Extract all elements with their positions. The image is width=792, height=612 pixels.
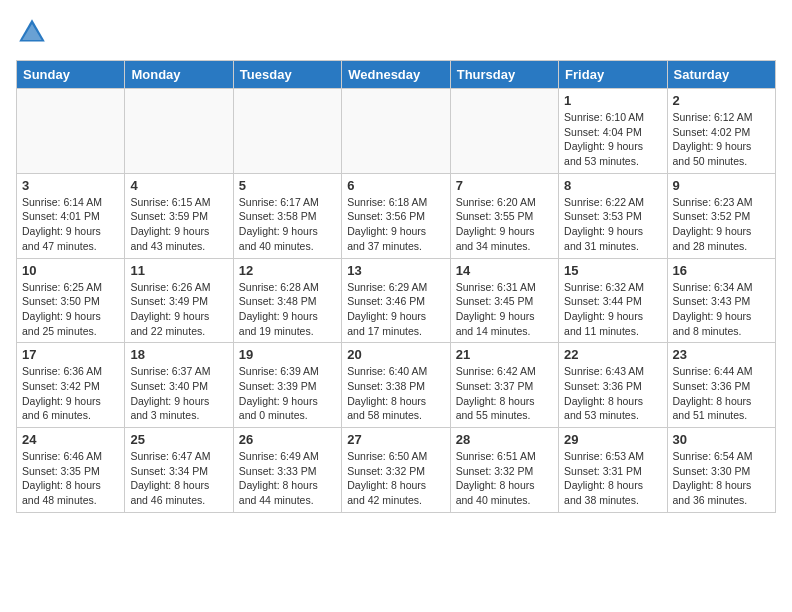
calendar-cell: 23Sunrise: 6:44 AMSunset: 3:36 PMDayligh… <box>667 343 775 428</box>
calendar-cell: 20Sunrise: 6:40 AMSunset: 3:38 PMDayligh… <box>342 343 450 428</box>
day-number: 16 <box>673 263 770 278</box>
calendar-cell: 26Sunrise: 6:49 AMSunset: 3:33 PMDayligh… <box>233 428 341 513</box>
day-info: Sunrise: 6:14 AMSunset: 4:01 PMDaylight:… <box>22 195 119 254</box>
calendar-cell: 13Sunrise: 6:29 AMSunset: 3:46 PMDayligh… <box>342 258 450 343</box>
day-number: 6 <box>347 178 444 193</box>
day-info: Sunrise: 6:51 AMSunset: 3:32 PMDaylight:… <box>456 449 553 508</box>
day-number: 23 <box>673 347 770 362</box>
day-number: 24 <box>22 432 119 447</box>
day-info: Sunrise: 6:42 AMSunset: 3:37 PMDaylight:… <box>456 364 553 423</box>
day-number: 10 <box>22 263 119 278</box>
calendar-cell: 25Sunrise: 6:47 AMSunset: 3:34 PMDayligh… <box>125 428 233 513</box>
week-row-4: 17Sunrise: 6:36 AMSunset: 3:42 PMDayligh… <box>17 343 776 428</box>
day-number: 12 <box>239 263 336 278</box>
calendar-cell: 30Sunrise: 6:54 AMSunset: 3:30 PMDayligh… <box>667 428 775 513</box>
logo-icon <box>16 16 48 48</box>
calendar-cell: 16Sunrise: 6:34 AMSunset: 3:43 PMDayligh… <box>667 258 775 343</box>
day-number: 30 <box>673 432 770 447</box>
day-info: Sunrise: 6:39 AMSunset: 3:39 PMDaylight:… <box>239 364 336 423</box>
calendar-cell: 18Sunrise: 6:37 AMSunset: 3:40 PMDayligh… <box>125 343 233 428</box>
day-number: 7 <box>456 178 553 193</box>
day-info: Sunrise: 6:28 AMSunset: 3:48 PMDaylight:… <box>239 280 336 339</box>
day-number: 25 <box>130 432 227 447</box>
day-info: Sunrise: 6:23 AMSunset: 3:52 PMDaylight:… <box>673 195 770 254</box>
day-number: 9 <box>673 178 770 193</box>
day-info: Sunrise: 6:22 AMSunset: 3:53 PMDaylight:… <box>564 195 661 254</box>
calendar-cell <box>17 89 125 174</box>
calendar-cell: 3Sunrise: 6:14 AMSunset: 4:01 PMDaylight… <box>17 173 125 258</box>
day-info: Sunrise: 6:10 AMSunset: 4:04 PMDaylight:… <box>564 110 661 169</box>
week-row-2: 3Sunrise: 6:14 AMSunset: 4:01 PMDaylight… <box>17 173 776 258</box>
calendar-table: SundayMondayTuesdayWednesdayThursdayFrid… <box>16 60 776 513</box>
day-info: Sunrise: 6:43 AMSunset: 3:36 PMDaylight:… <box>564 364 661 423</box>
day-info: Sunrise: 6:15 AMSunset: 3:59 PMDaylight:… <box>130 195 227 254</box>
calendar-cell <box>125 89 233 174</box>
day-number: 21 <box>456 347 553 362</box>
day-info: Sunrise: 6:46 AMSunset: 3:35 PMDaylight:… <box>22 449 119 508</box>
day-number: 5 <box>239 178 336 193</box>
calendar-cell: 2Sunrise: 6:12 AMSunset: 4:02 PMDaylight… <box>667 89 775 174</box>
day-number: 26 <box>239 432 336 447</box>
day-info: Sunrise: 6:29 AMSunset: 3:46 PMDaylight:… <box>347 280 444 339</box>
day-number: 15 <box>564 263 661 278</box>
day-header-thursday: Thursday <box>450 61 558 89</box>
day-number: 8 <box>564 178 661 193</box>
day-info: Sunrise: 6:40 AMSunset: 3:38 PMDaylight:… <box>347 364 444 423</box>
day-header-saturday: Saturday <box>667 61 775 89</box>
day-number: 18 <box>130 347 227 362</box>
day-info: Sunrise: 6:31 AMSunset: 3:45 PMDaylight:… <box>456 280 553 339</box>
day-info: Sunrise: 6:54 AMSunset: 3:30 PMDaylight:… <box>673 449 770 508</box>
day-number: 3 <box>22 178 119 193</box>
day-info: Sunrise: 6:34 AMSunset: 3:43 PMDaylight:… <box>673 280 770 339</box>
calendar-header-row: SundayMondayTuesdayWednesdayThursdayFrid… <box>17 61 776 89</box>
day-number: 11 <box>130 263 227 278</box>
calendar-cell: 12Sunrise: 6:28 AMSunset: 3:48 PMDayligh… <box>233 258 341 343</box>
calendar-cell: 8Sunrise: 6:22 AMSunset: 3:53 PMDaylight… <box>559 173 667 258</box>
day-number: 22 <box>564 347 661 362</box>
week-row-1: 1Sunrise: 6:10 AMSunset: 4:04 PMDaylight… <box>17 89 776 174</box>
calendar-cell: 28Sunrise: 6:51 AMSunset: 3:32 PMDayligh… <box>450 428 558 513</box>
day-number: 28 <box>456 432 553 447</box>
calendar-cell: 22Sunrise: 6:43 AMSunset: 3:36 PMDayligh… <box>559 343 667 428</box>
calendar-cell: 9Sunrise: 6:23 AMSunset: 3:52 PMDaylight… <box>667 173 775 258</box>
day-info: Sunrise: 6:32 AMSunset: 3:44 PMDaylight:… <box>564 280 661 339</box>
calendar-cell: 10Sunrise: 6:25 AMSunset: 3:50 PMDayligh… <box>17 258 125 343</box>
day-info: Sunrise: 6:26 AMSunset: 3:49 PMDaylight:… <box>130 280 227 339</box>
calendar-cell: 17Sunrise: 6:36 AMSunset: 3:42 PMDayligh… <box>17 343 125 428</box>
day-info: Sunrise: 6:17 AMSunset: 3:58 PMDaylight:… <box>239 195 336 254</box>
day-number: 13 <box>347 263 444 278</box>
day-number: 1 <box>564 93 661 108</box>
calendar-cell: 4Sunrise: 6:15 AMSunset: 3:59 PMDaylight… <box>125 173 233 258</box>
day-number: 17 <box>22 347 119 362</box>
day-info: Sunrise: 6:47 AMSunset: 3:34 PMDaylight:… <box>130 449 227 508</box>
day-info: Sunrise: 6:12 AMSunset: 4:02 PMDaylight:… <box>673 110 770 169</box>
calendar-cell: 5Sunrise: 6:17 AMSunset: 3:58 PMDaylight… <box>233 173 341 258</box>
calendar-cell: 6Sunrise: 6:18 AMSunset: 3:56 PMDaylight… <box>342 173 450 258</box>
day-number: 29 <box>564 432 661 447</box>
day-number: 2 <box>673 93 770 108</box>
day-number: 20 <box>347 347 444 362</box>
day-info: Sunrise: 6:18 AMSunset: 3:56 PMDaylight:… <box>347 195 444 254</box>
logo <box>16 16 52 48</box>
calendar-cell: 19Sunrise: 6:39 AMSunset: 3:39 PMDayligh… <box>233 343 341 428</box>
day-number: 19 <box>239 347 336 362</box>
page-header <box>16 16 776 48</box>
day-info: Sunrise: 6:50 AMSunset: 3:32 PMDaylight:… <box>347 449 444 508</box>
day-info: Sunrise: 6:36 AMSunset: 3:42 PMDaylight:… <box>22 364 119 423</box>
day-number: 14 <box>456 263 553 278</box>
calendar-cell: 27Sunrise: 6:50 AMSunset: 3:32 PMDayligh… <box>342 428 450 513</box>
calendar-cell: 29Sunrise: 6:53 AMSunset: 3:31 PMDayligh… <box>559 428 667 513</box>
calendar-cell: 15Sunrise: 6:32 AMSunset: 3:44 PMDayligh… <box>559 258 667 343</box>
day-info: Sunrise: 6:20 AMSunset: 3:55 PMDaylight:… <box>456 195 553 254</box>
day-header-wednesday: Wednesday <box>342 61 450 89</box>
day-info: Sunrise: 6:49 AMSunset: 3:33 PMDaylight:… <box>239 449 336 508</box>
day-number: 27 <box>347 432 444 447</box>
week-row-5: 24Sunrise: 6:46 AMSunset: 3:35 PMDayligh… <box>17 428 776 513</box>
day-info: Sunrise: 6:25 AMSunset: 3:50 PMDaylight:… <box>22 280 119 339</box>
calendar-cell: 7Sunrise: 6:20 AMSunset: 3:55 PMDaylight… <box>450 173 558 258</box>
calendar-cell <box>342 89 450 174</box>
calendar-cell: 24Sunrise: 6:46 AMSunset: 3:35 PMDayligh… <box>17 428 125 513</box>
day-info: Sunrise: 6:44 AMSunset: 3:36 PMDaylight:… <box>673 364 770 423</box>
calendar-cell: 11Sunrise: 6:26 AMSunset: 3:49 PMDayligh… <box>125 258 233 343</box>
calendar-cell: 1Sunrise: 6:10 AMSunset: 4:04 PMDaylight… <box>559 89 667 174</box>
